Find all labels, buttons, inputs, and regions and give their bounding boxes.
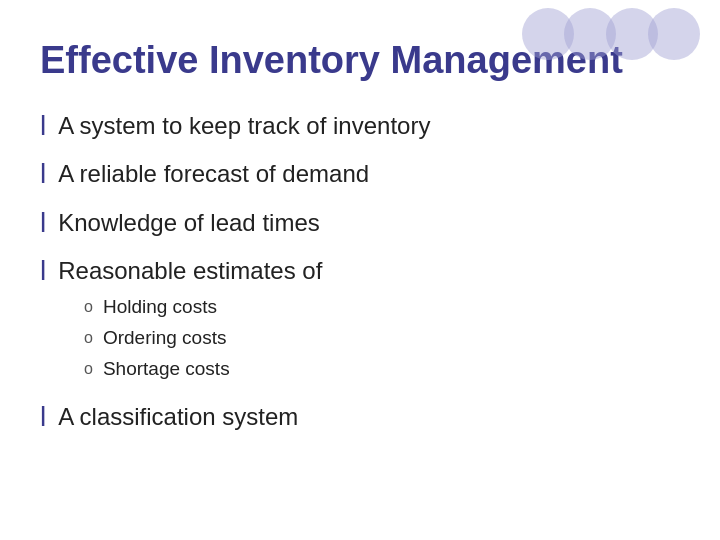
decorative-circles xyxy=(532,8,700,60)
list-item: l Reasonable estimates of o Holding cost… xyxy=(40,255,680,387)
bullet-text-3: Knowledge of lead times xyxy=(58,207,680,238)
list-item: l A system to keep track of inventory xyxy=(40,110,680,144)
bullet-text-2: A reliable forecast of demand xyxy=(58,158,680,189)
list-item: o Ordering costs xyxy=(84,326,230,351)
bullet-dot-4: l xyxy=(40,253,46,289)
bullet-dot-5: l xyxy=(40,399,46,435)
list-item: l A classification system xyxy=(40,401,680,435)
sub-text-2: Ordering costs xyxy=(103,326,230,351)
sub-dot-1: o xyxy=(84,297,93,318)
slide: Effective Inventory Management l A syste… xyxy=(0,0,720,540)
list-item: l A reliable forecast of demand xyxy=(40,158,680,192)
bullet-dot-1: l xyxy=(40,108,46,144)
bullet-text-4: Reasonable estimates of xyxy=(58,255,322,286)
bullet-dot-2: l xyxy=(40,156,46,192)
sub-dot-2: o xyxy=(84,328,93,349)
bullet-dot-3: l xyxy=(40,205,46,241)
sub-dot-3: o xyxy=(84,359,93,380)
sub-list: o Holding costs o Ordering costs o Short… xyxy=(84,295,230,387)
list-item: l Knowledge of lead times xyxy=(40,207,680,241)
circle-4 xyxy=(648,8,700,60)
bullet-text-5: A classification system xyxy=(58,401,680,432)
sub-text-1: Holding costs xyxy=(103,295,230,320)
bullet-text-1: A system to keep track of inventory xyxy=(58,110,680,141)
bullet-list: l A system to keep track of inventory l … xyxy=(40,110,680,436)
sub-text-3: Shortage costs xyxy=(103,357,230,382)
list-item: o Shortage costs xyxy=(84,357,230,382)
list-item: o Holding costs xyxy=(84,295,230,320)
